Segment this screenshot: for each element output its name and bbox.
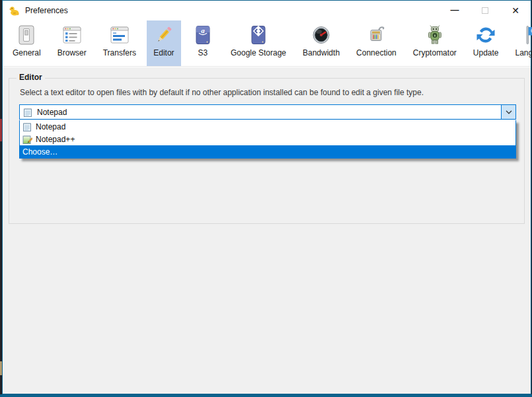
dropdown-option-choose[interactable]: Choose… [20,145,515,158]
tab-label: Browser [57,48,87,57]
tab-s3[interactable]: a S3 [186,20,220,66]
window-title: Preferences [25,6,68,15]
svg-text:a: a [201,26,205,34]
tab-cryptomator[interactable]: Cryptomator [407,20,463,66]
flag-globe-icon [521,24,532,46]
tab-label: Cryptomator [413,48,457,57]
notepadpp-icon [22,134,32,145]
tab-browser[interactable]: Browser [52,20,93,66]
preferences-window: Preferences — ✕ General [2,0,531,394]
pencil-icon [153,24,175,46]
tab-general[interactable]: General [7,20,47,66]
tab-label: Transfers [103,48,136,57]
title-bar[interactable]: Preferences — ✕ [3,1,531,20]
maximize-button [470,1,500,20]
dropdown-option-label: Notepad [36,122,65,131]
tab-editor[interactable]: Editor [147,20,181,66]
tab-label: Google Storage [231,48,286,57]
transfers-window-icon [108,24,131,46]
ethernet-plug-icon [365,24,387,46]
groupbox-title: Editor [17,73,45,82]
notepad-icon [22,122,32,132]
tab-label: Editor [153,48,174,57]
dropdown-option-label: Choose… [22,147,57,157]
combobox-dropdown-button[interactable] [501,105,515,119]
cyberduck-duck-icon [9,5,20,17]
tab-label: Connection [356,48,397,57]
robot-icon [424,24,446,46]
notepad-icon [22,107,33,118]
tab-label: Language [515,48,532,57]
tab-update[interactable]: Update [467,20,505,66]
dropdown-option-notepadpp[interactable]: Notepad++ [20,133,515,145]
combobox-value: Notepad [37,108,67,117]
dropdown-option-notepad[interactable]: Notepad [20,120,515,133]
general-switch-icon [15,24,38,46]
preferences-toolbar: General Browser [3,20,531,67]
tab-label: General [13,48,41,57]
gauge-icon [310,24,332,46]
tab-language[interactable]: Language [510,20,532,66]
minimize-button[interactable]: — [439,1,470,20]
close-button[interactable]: ✕ [500,1,531,20]
tab-google-storage[interactable]: Google Storage [225,20,292,66]
tab-transfers[interactable]: Transfers [97,20,142,66]
editor-combobox[interactable]: Notepad [19,104,516,120]
window-bottom-border [0,394,532,397]
maximize-icon [482,7,488,14]
tab-label: Bandwidth [303,48,340,57]
chevron-down-icon [506,110,512,114]
s3-drive-icon: a [192,24,214,46]
preferences-content: Editor Select a text editor to open file… [3,67,531,394]
tab-bandwidth[interactable]: Bandwidth [297,20,346,66]
refresh-arrows-icon [475,24,497,46]
tab-label: Update [473,48,499,57]
editor-description: Select a text editor to open files with … [20,88,424,97]
google-storage-drive-icon [247,24,270,46]
browser-window-icon [61,24,83,46]
editor-dropdown-list: Notepad [19,120,516,159]
tab-label: S3 [198,48,208,57]
dropdown-option-label: Notepad++ [36,135,75,144]
tab-connection[interactable]: Connection [350,20,402,66]
editor-groupbox: Editor Select a text editor to open file… [9,78,525,224]
